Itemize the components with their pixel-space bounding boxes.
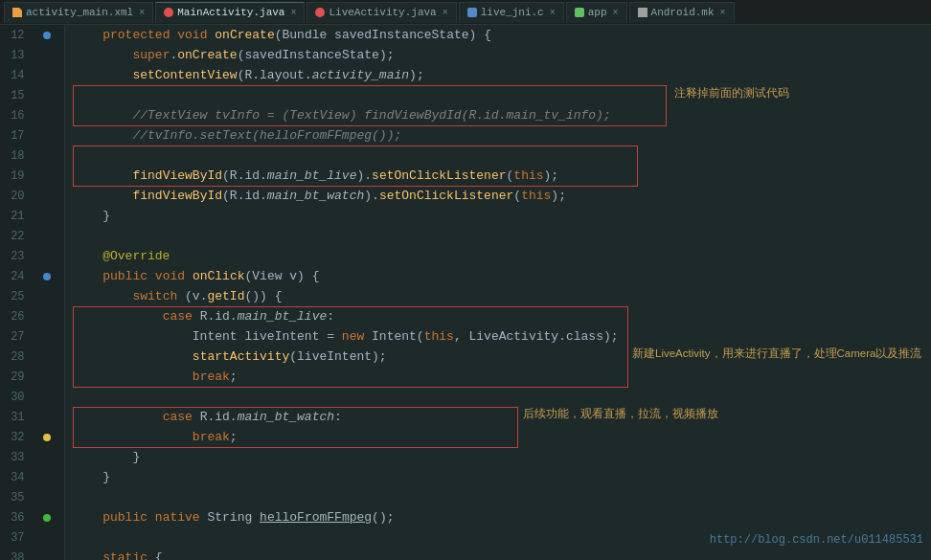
tab-label: MainActivity.java bbox=[177, 7, 284, 18]
code-line-38: static { bbox=[73, 548, 931, 560]
tab-close-icon[interactable]: × bbox=[550, 8, 556, 18]
tab-close-icon[interactable]: × bbox=[139, 8, 145, 18]
code-editor[interactable]: 12 13 14 15 16 17 18 19 20 21 22 23 24 bbox=[0, 25, 931, 560]
app-icon bbox=[575, 8, 584, 17]
tab-bar: activity_main.xml × MainActivity.java × … bbox=[0, 0, 931, 25]
code-line-32: break; bbox=[73, 427, 931, 447]
xml-icon bbox=[12, 8, 22, 17]
tab-android-mk[interactable]: Android.mk × bbox=[629, 2, 735, 23]
java-icon bbox=[164, 8, 173, 17]
mk-icon bbox=[638, 8, 647, 17]
tab-label: app bbox=[588, 7, 607, 18]
code-line-23: @Override bbox=[73, 246, 931, 266]
tab-liveactivity-java[interactable]: LiveActivity.java × bbox=[307, 2, 456, 23]
code-line-25: switch (v.getId()) { bbox=[73, 286, 931, 306]
tab-label: Android.mk bbox=[651, 7, 715, 18]
code-line-19: findViewById(R.id.main_bt_live).setOnCli… bbox=[73, 166, 931, 186]
code-line-35 bbox=[73, 487, 931, 507]
tab-close-icon[interactable]: × bbox=[443, 8, 448, 18]
code-line-21: } bbox=[73, 206, 931, 226]
tab-label: LiveActivity.java bbox=[329, 7, 436, 18]
code-line-22 bbox=[73, 226, 931, 246]
code-line-37 bbox=[73, 527, 931, 548]
code-line-27: Intent liveIntent = new Intent(this, Liv… bbox=[73, 326, 931, 347]
code-line-29: break; bbox=[73, 367, 931, 387]
code-line-13: super.onCreate(savedInstanceState); bbox=[73, 45, 931, 65]
code-line-14: setContentView(R.layout.activity_main); bbox=[73, 65, 931, 85]
code-line-16: //TextView tvInfo = (TextView) findViewB… bbox=[73, 105, 931, 125]
code-line-28: startActivity(liveIntent); bbox=[73, 347, 931, 367]
code-line-24: public void onClick(View v) { bbox=[73, 266, 931, 286]
code-line-18 bbox=[73, 146, 931, 166]
java-icon bbox=[315, 8, 325, 17]
code-line-17: //tvInfo.setText(helloFromFFmpeg()); bbox=[73, 125, 931, 146]
tab-live-jni-c[interactable]: live_jni.c × bbox=[459, 2, 564, 23]
code-line-26: case R.id.main_bt_live: bbox=[73, 306, 931, 326]
code-line-15 bbox=[73, 85, 931, 105]
code-line-33: } bbox=[73, 447, 931, 467]
tab-mainactivity-java[interactable]: MainActivity.java × bbox=[155, 2, 305, 23]
code-line-31: case R.id.main_bt_watch: bbox=[73, 407, 931, 427]
tab-close-icon[interactable]: × bbox=[290, 8, 296, 18]
c-icon bbox=[467, 8, 477, 17]
code-line-30 bbox=[73, 387, 931, 407]
tab-close-icon[interactable]: × bbox=[613, 8, 619, 18]
tab-label: live_jni.c bbox=[481, 7, 544, 18]
code-line-34: } bbox=[73, 467, 931, 487]
line-gutter: 12 13 14 15 16 17 18 19 20 21 22 23 24 bbox=[0, 25, 65, 560]
code-lines: 注释掉前面的测试代码 新建LiveActivity，用来进行直播了，处理Came… bbox=[65, 25, 931, 560]
code-line-12: protected void onCreate(Bundle savedInst… bbox=[73, 25, 931, 45]
tab-activity-main-xml[interactable]: activity_main.xml × bbox=[4, 2, 153, 23]
code-line-20: findViewById(R.id.main_bt_watch).setOnCl… bbox=[73, 186, 931, 206]
tab-label: activity_main.xml bbox=[26, 7, 133, 18]
editor-container: activity_main.xml × MainActivity.java × … bbox=[0, 0, 931, 560]
tab-app[interactable]: app × bbox=[566, 2, 627, 23]
tab-close-icon[interactable]: × bbox=[720, 8, 726, 18]
code-line-36: public native String helloFromFFmpeg(); bbox=[73, 507, 931, 527]
